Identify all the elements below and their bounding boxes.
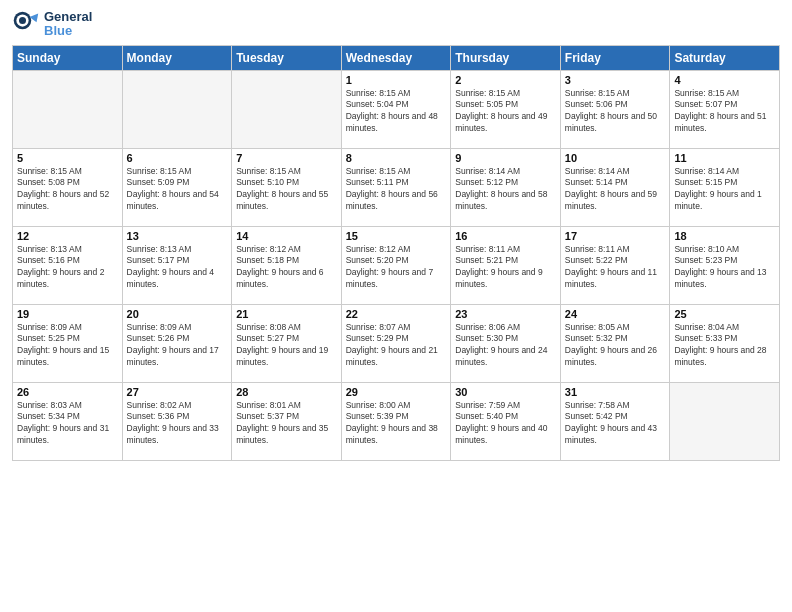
day-detail: Sunrise: 8:09 AMSunset: 5:25 PMDaylight:… [17,322,118,370]
logo-text: General Blue [44,10,92,39]
calendar-week-row: 12Sunrise: 8:13 AMSunset: 5:16 PMDayligh… [13,226,780,304]
day-detail: Sunrise: 7:58 AMSunset: 5:42 PMDaylight:… [565,400,666,448]
day-detail: Sunrise: 8:04 AMSunset: 5:33 PMDaylight:… [674,322,775,370]
calendar-cell [670,382,780,460]
day-number: 8 [346,152,447,164]
calendar-cell: 16Sunrise: 8:11 AMSunset: 5:21 PMDayligh… [451,226,561,304]
day-detail: Sunrise: 8:15 AMSunset: 5:09 PMDaylight:… [127,166,228,214]
day-detail: Sunrise: 7:59 AMSunset: 5:40 PMDaylight:… [455,400,556,448]
col-sunday: Sunday [13,45,123,70]
day-detail: Sunrise: 8:15 AMSunset: 5:11 PMDaylight:… [346,166,447,214]
calendar-cell: 18Sunrise: 8:10 AMSunset: 5:23 PMDayligh… [670,226,780,304]
calendar-week-row: 5Sunrise: 8:15 AMSunset: 5:08 PMDaylight… [13,148,780,226]
calendar-cell: 10Sunrise: 8:14 AMSunset: 5:14 PMDayligh… [560,148,670,226]
calendar-cell: 30Sunrise: 7:59 AMSunset: 5:40 PMDayligh… [451,382,561,460]
day-detail: Sunrise: 8:07 AMSunset: 5:29 PMDaylight:… [346,322,447,370]
day-number: 20 [127,308,228,320]
day-number: 22 [346,308,447,320]
col-saturday: Saturday [670,45,780,70]
col-thursday: Thursday [451,45,561,70]
calendar-cell: 23Sunrise: 8:06 AMSunset: 5:30 PMDayligh… [451,304,561,382]
calendar-cell: 11Sunrise: 8:14 AMSunset: 5:15 PMDayligh… [670,148,780,226]
day-detail: Sunrise: 8:14 AMSunset: 5:15 PMDaylight:… [674,166,775,214]
day-number: 17 [565,230,666,242]
svg-point-2 [19,17,26,24]
logo: General Blue [12,10,92,39]
calendar-cell: 2Sunrise: 8:15 AMSunset: 5:05 PMDaylight… [451,70,561,148]
day-detail: Sunrise: 8:15 AMSunset: 5:04 PMDaylight:… [346,88,447,136]
day-detail: Sunrise: 8:15 AMSunset: 5:10 PMDaylight:… [236,166,337,214]
day-detail: Sunrise: 8:01 AMSunset: 5:37 PMDaylight:… [236,400,337,448]
col-friday: Friday [560,45,670,70]
day-number: 24 [565,308,666,320]
day-number: 25 [674,308,775,320]
calendar-cell: 6Sunrise: 8:15 AMSunset: 5:09 PMDaylight… [122,148,232,226]
calendar-cell [232,70,342,148]
day-number: 3 [565,74,666,86]
day-detail: Sunrise: 8:09 AMSunset: 5:26 PMDaylight:… [127,322,228,370]
day-number: 31 [565,386,666,398]
day-number: 21 [236,308,337,320]
calendar-week-row: 26Sunrise: 8:03 AMSunset: 5:34 PMDayligh… [13,382,780,460]
calendar-cell: 4Sunrise: 8:15 AMSunset: 5:07 PMDaylight… [670,70,780,148]
day-detail: Sunrise: 8:15 AMSunset: 5:06 PMDaylight:… [565,88,666,136]
day-number: 13 [127,230,228,242]
day-number: 14 [236,230,337,242]
calendar-cell: 24Sunrise: 8:05 AMSunset: 5:32 PMDayligh… [560,304,670,382]
day-detail: Sunrise: 8:13 AMSunset: 5:17 PMDaylight:… [127,244,228,292]
day-detail: Sunrise: 8:15 AMSunset: 5:07 PMDaylight:… [674,88,775,136]
day-detail: Sunrise: 8:15 AMSunset: 5:08 PMDaylight:… [17,166,118,214]
day-number: 26 [17,386,118,398]
calendar-cell: 15Sunrise: 8:12 AMSunset: 5:20 PMDayligh… [341,226,451,304]
day-number: 19 [17,308,118,320]
day-detail: Sunrise: 8:14 AMSunset: 5:12 PMDaylight:… [455,166,556,214]
day-number: 11 [674,152,775,164]
calendar-table: Sunday Monday Tuesday Wednesday Thursday… [12,45,780,461]
calendar-cell: 13Sunrise: 8:13 AMSunset: 5:17 PMDayligh… [122,226,232,304]
calendar-cell [13,70,123,148]
logo-icon [12,10,40,38]
day-number: 6 [127,152,228,164]
day-number: 2 [455,74,556,86]
day-number: 4 [674,74,775,86]
day-detail: Sunrise: 8:08 AMSunset: 5:27 PMDaylight:… [236,322,337,370]
calendar-cell: 21Sunrise: 8:08 AMSunset: 5:27 PMDayligh… [232,304,342,382]
day-detail: Sunrise: 8:03 AMSunset: 5:34 PMDaylight:… [17,400,118,448]
day-detail: Sunrise: 8:05 AMSunset: 5:32 PMDaylight:… [565,322,666,370]
header: General Blue [12,10,780,39]
day-number: 12 [17,230,118,242]
day-detail: Sunrise: 8:14 AMSunset: 5:14 PMDaylight:… [565,166,666,214]
calendar-cell: 20Sunrise: 8:09 AMSunset: 5:26 PMDayligh… [122,304,232,382]
col-wednesday: Wednesday [341,45,451,70]
calendar-container: General Blue Sunday Monday Tuesday Wedne… [0,0,792,612]
day-number: 23 [455,308,556,320]
day-detail: Sunrise: 8:11 AMSunset: 5:22 PMDaylight:… [565,244,666,292]
calendar-week-row: 19Sunrise: 8:09 AMSunset: 5:25 PMDayligh… [13,304,780,382]
calendar-cell: 28Sunrise: 8:01 AMSunset: 5:37 PMDayligh… [232,382,342,460]
calendar-cell: 26Sunrise: 8:03 AMSunset: 5:34 PMDayligh… [13,382,123,460]
day-detail: Sunrise: 8:12 AMSunset: 5:20 PMDaylight:… [346,244,447,292]
day-detail: Sunrise: 8:15 AMSunset: 5:05 PMDaylight:… [455,88,556,136]
col-monday: Monday [122,45,232,70]
calendar-cell: 27Sunrise: 8:02 AMSunset: 5:36 PMDayligh… [122,382,232,460]
day-number: 9 [455,152,556,164]
day-detail: Sunrise: 8:06 AMSunset: 5:30 PMDaylight:… [455,322,556,370]
col-tuesday: Tuesday [232,45,342,70]
day-number: 16 [455,230,556,242]
day-number: 10 [565,152,666,164]
day-number: 28 [236,386,337,398]
calendar-cell: 1Sunrise: 8:15 AMSunset: 5:04 PMDaylight… [341,70,451,148]
calendar-cell: 17Sunrise: 8:11 AMSunset: 5:22 PMDayligh… [560,226,670,304]
calendar-cell: 25Sunrise: 8:04 AMSunset: 5:33 PMDayligh… [670,304,780,382]
day-number: 15 [346,230,447,242]
calendar-cell: 5Sunrise: 8:15 AMSunset: 5:08 PMDaylight… [13,148,123,226]
calendar-cell: 29Sunrise: 8:00 AMSunset: 5:39 PMDayligh… [341,382,451,460]
day-number: 7 [236,152,337,164]
calendar-cell: 14Sunrise: 8:12 AMSunset: 5:18 PMDayligh… [232,226,342,304]
weekday-header-row: Sunday Monday Tuesday Wednesday Thursday… [13,45,780,70]
calendar-cell: 19Sunrise: 8:09 AMSunset: 5:25 PMDayligh… [13,304,123,382]
day-number: 18 [674,230,775,242]
day-detail: Sunrise: 8:02 AMSunset: 5:36 PMDaylight:… [127,400,228,448]
day-number: 30 [455,386,556,398]
calendar-cell [122,70,232,148]
